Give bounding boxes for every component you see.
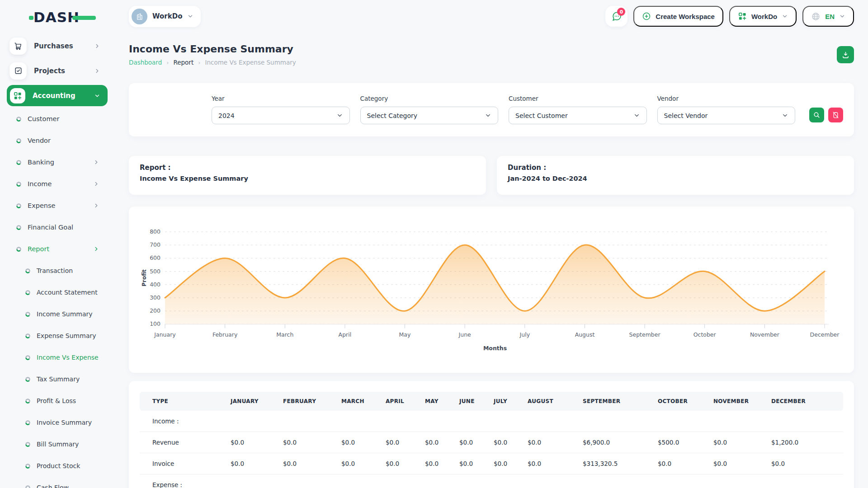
report-summary-card: Report : Income Vs Expense Summary bbox=[129, 156, 486, 195]
sidebar-item-financial-goal[interactable]: Financial Goal bbox=[0, 216, 108, 238]
cell-may: $0.0 bbox=[421, 453, 456, 474]
sidebar-item-report[interactable]: Report bbox=[0, 238, 108, 260]
category-select[interactable]: Select Category bbox=[360, 107, 499, 124]
cell-october: $0.0 bbox=[654, 453, 710, 474]
sidebar-item-income-vs-expense[interactable]: Income Vs Expense bbox=[0, 347, 108, 368]
sidebar-item-purchases[interactable]: Purchases bbox=[0, 33, 108, 58]
cell-january: $0.0 bbox=[227, 432, 279, 453]
bullet-ring-icon bbox=[16, 138, 21, 143]
sidebar-item-transaction[interactable]: Transaction bbox=[0, 260, 108, 282]
breadcrumb-item-report[interactable]: Report bbox=[173, 59, 193, 66]
sidebar-item-label: Financial Goal bbox=[28, 224, 73, 231]
sidebar-item-projects[interactable]: Projects bbox=[0, 58, 108, 83]
cell-july: $0.0 bbox=[490, 453, 524, 474]
cell-october bbox=[654, 411, 710, 432]
breadcrumb-separator-icon: › bbox=[166, 59, 169, 66]
category-label: Category bbox=[360, 95, 499, 102]
chevron-right-icon bbox=[93, 202, 99, 209]
sidebar-item-label: Accounting bbox=[33, 92, 75, 100]
breadcrumb-item-income-vs-expense-summary: Income Vs Expense Summary bbox=[205, 59, 296, 66]
table-column-september: SEPTEMBER bbox=[579, 392, 654, 411]
sidebar-item-vendor[interactable]: Vendor bbox=[0, 130, 108, 151]
table-column-april: APRIL bbox=[382, 392, 421, 411]
workspace-selector[interactable]: WorkDo bbox=[129, 6, 201, 27]
sidebar-item-expense[interactable]: Expense bbox=[0, 195, 108, 216]
vendor-filter: Vendor Select Vendor bbox=[657, 95, 796, 124]
customer-select[interactable]: Select Customer bbox=[509, 107, 647, 124]
page-header: Income Vs Expense Summary Dashboard›Repo… bbox=[129, 43, 854, 66]
svg-text:November: November bbox=[750, 331, 780, 338]
cart-icon bbox=[9, 38, 27, 55]
year-select[interactable]: 2024 bbox=[212, 107, 350, 124]
cell-march bbox=[338, 411, 382, 432]
summary-row: Report : Income Vs Expense Summary Durat… bbox=[129, 156, 854, 195]
page-title: Income Vs Expense Summary bbox=[129, 43, 296, 55]
chevron-down-icon bbox=[94, 93, 100, 99]
sidebar-item-product-stock[interactable]: Product Stock bbox=[0, 455, 108, 477]
category-filter: Category Select Category bbox=[360, 95, 499, 124]
download-icon bbox=[841, 51, 850, 59]
bullet-ring-icon bbox=[25, 399, 30, 404]
download-report-button[interactable] bbox=[837, 46, 854, 63]
create-workspace-button[interactable]: Create Workspace bbox=[633, 6, 723, 27]
sidebar-item-banking[interactable]: Banking bbox=[0, 151, 108, 173]
bullet-ring-icon bbox=[25, 312, 30, 317]
bullet-ring-icon bbox=[16, 225, 21, 230]
svg-text:December: December bbox=[810, 331, 840, 338]
bullet-ring-icon bbox=[16, 247, 21, 252]
sidebar-item-expense-summary[interactable]: Expense Summary bbox=[0, 325, 108, 347]
table-column-june: JUNE bbox=[456, 392, 490, 411]
sidebar-item-accounting[interactable]: Accounting bbox=[7, 85, 108, 106]
sidebar-item-bill-summary[interactable]: Bill Summary bbox=[0, 433, 108, 455]
table-column-march: MARCH bbox=[338, 392, 382, 411]
table-column-august: AUGUST bbox=[524, 392, 579, 411]
cell-february bbox=[279, 474, 338, 488]
cell-april: $0.0 bbox=[382, 453, 421, 474]
globe-icon bbox=[811, 12, 821, 21]
sidebar-item-account-statement[interactable]: Account Statement bbox=[0, 282, 108, 303]
chevron-down-icon bbox=[187, 13, 193, 19]
cell-august bbox=[524, 411, 579, 432]
topbar-actions: 0 Create Workspace WorkDo bbox=[605, 6, 854, 27]
svg-text:June: June bbox=[458, 331, 472, 338]
sidebar-nav: PurchasesProjectsAccountingCustomerVendo… bbox=[0, 33, 108, 488]
messages-button[interactable]: 0 bbox=[605, 6, 627, 27]
cell-january bbox=[227, 411, 279, 432]
app-logo[interactable]: DASH bbox=[29, 7, 97, 27]
table-column-december: DECEMBER bbox=[768, 392, 843, 411]
sidebar-item-tax-summary[interactable]: Tax Summary bbox=[0, 368, 108, 390]
sidebar-item-label: Product Stock bbox=[37, 462, 80, 469]
plus-circle-icon bbox=[642, 12, 651, 21]
filter-actions bbox=[809, 108, 843, 122]
sidebar-item-label: Transaction bbox=[37, 267, 73, 274]
sidebar-item-invoice-summary[interactable]: Invoice Summary bbox=[0, 412, 108, 433]
cell-june bbox=[456, 411, 490, 432]
language-selector[interactable]: EN bbox=[802, 6, 854, 27]
sidebar-item-customer[interactable]: Customer bbox=[0, 108, 108, 130]
cell-december: $1,200.0 bbox=[768, 432, 843, 453]
apply-filter-button[interactable] bbox=[809, 108, 824, 122]
breadcrumb-item-dashboard[interactable]: Dashboard bbox=[129, 59, 162, 66]
cell-august: $0.0 bbox=[524, 453, 579, 474]
chevron-down-icon bbox=[782, 13, 788, 19]
cell-january: $0.0 bbox=[227, 453, 279, 474]
reset-filter-button[interactable] bbox=[828, 108, 843, 122]
profit-area-chart: 100200300400500600700800JanuaryFebruaryM… bbox=[140, 213, 843, 370]
sidebar-item-cash-flow[interactable]: Cash Flow bbox=[0, 477, 108, 488]
sidebar-item-label: Projects bbox=[34, 67, 65, 75]
vendor-select[interactable]: Select Vendor bbox=[657, 107, 796, 124]
sidebar-item-income[interactable]: Income bbox=[0, 173, 108, 195]
svg-text:July: July bbox=[519, 331, 530, 338]
cell-july bbox=[490, 474, 524, 488]
workspace-menu-button[interactable]: WorkDo bbox=[729, 6, 797, 27]
sidebar-item-income-summary[interactable]: Income Summary bbox=[0, 303, 108, 325]
sidebar-item-label: Expense Summary bbox=[37, 332, 96, 339]
cell-august: $0.0 bbox=[524, 432, 579, 453]
svg-text:October: October bbox=[693, 331, 717, 338]
cell-april bbox=[382, 411, 421, 432]
bullet-ring-icon bbox=[16, 203, 21, 208]
bullet-ring-icon bbox=[25, 442, 30, 447]
chevron-down-icon bbox=[633, 112, 640, 119]
sidebar-item-profit-loss[interactable]: Profit & Loss bbox=[0, 390, 108, 412]
chevron-down-icon bbox=[839, 13, 845, 19]
